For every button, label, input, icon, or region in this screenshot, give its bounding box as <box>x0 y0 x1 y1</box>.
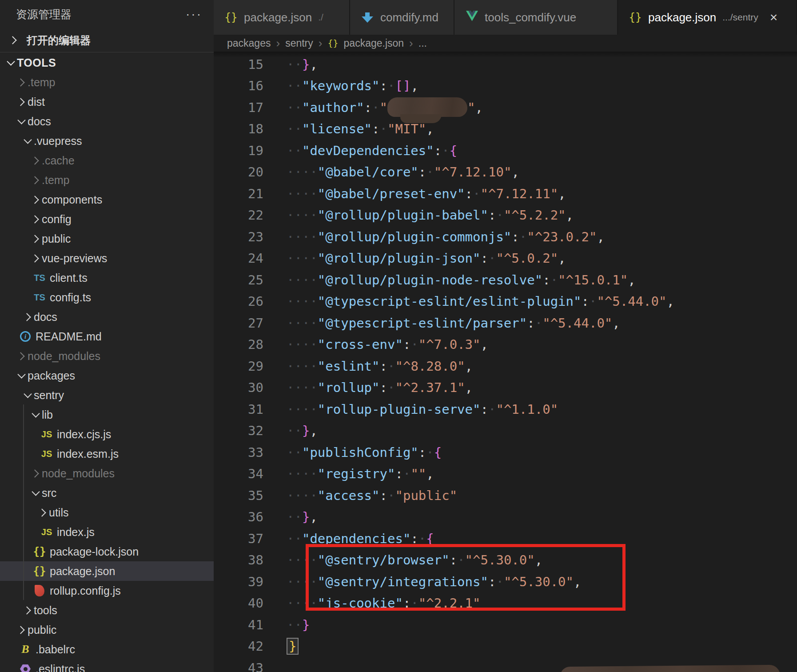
tree-item-.temp[interactable]: .temp <box>0 170 214 190</box>
tab-tools-comdify.vue[interactable]: tools_comdify.vue <box>454 0 618 35</box>
more-actions-icon[interactable]: ··· <box>186 8 202 20</box>
code-line[interactable]: 19··"devDependencies":·{ <box>214 140 797 162</box>
tree-item-label: packages <box>28 369 75 382</box>
code-line[interactable]: 24····"@rollup/plugin-json":·"^5.0.2", <box>214 248 797 269</box>
tree-item-utils[interactable]: utils <box>0 503 214 522</box>
punctuation: : <box>418 164 426 180</box>
tree-item-dist[interactable]: dist <box>0 92 214 112</box>
open-editors-label: 打开的编辑器 <box>27 33 91 48</box>
tree-item-src[interactable]: src <box>0 483 214 503</box>
code-line[interactable]: 22····"@rollup/plugin-babel":·"^5.2.2", <box>214 204 797 226</box>
whitespace-dots: ···· <box>287 208 318 223</box>
breadcrumb[interactable]: packages›sentry›{}package.json›... <box>214 35 797 52</box>
file-icon-wrap: {} <box>31 565 48 577</box>
breadcrumb-separator-icon: › <box>409 36 413 50</box>
code-line[interactable]: 36··}, <box>214 506 797 528</box>
chevron-right-icon <box>15 625 28 634</box>
tree-item-public[interactable]: public <box>0 229 214 248</box>
json-string: "^2.37.1" <box>395 380 465 395</box>
code-line[interactable]: 35····"access":·"public" <box>214 485 797 507</box>
whitespace-dots: ·· <box>287 423 302 438</box>
tree-item-vue-previews[interactable]: vue-previews <box>0 248 214 268</box>
punctuation: : <box>581 294 589 309</box>
tree-item-config.ts[interactable]: TSconfig.ts <box>0 288 214 307</box>
whitespace-dots: · <box>496 208 503 223</box>
tree-item-node-modules[interactable]: node_modules <box>0 346 214 366</box>
code-line[interactable]: 23····"@rollup/plugin-commonjs":·"^23.0.… <box>214 226 797 248</box>
line-number: 38 <box>214 549 263 571</box>
code-line[interactable]: 26····"@typescript-eslint/eslint-plugin"… <box>214 291 797 312</box>
open-editors-section[interactable]: 打开的编辑器 <box>0 28 214 52</box>
tree-item-label: tools <box>34 604 57 617</box>
tree-item-label: package-lock.json <box>50 545 139 558</box>
punctuation: , <box>612 316 620 331</box>
code-line[interactable]: 29····"eslint":·"^8.28.0", <box>214 356 797 377</box>
punctuation: : <box>511 229 519 244</box>
code-line[interactable]: 33··"publishConfig":·{ <box>214 442 797 464</box>
close-icon[interactable]: × <box>770 11 778 24</box>
tree-item-lib[interactable]: lib <box>0 405 214 424</box>
tree-item-components[interactable]: components <box>0 190 214 209</box>
tree-item-docs[interactable]: docs <box>0 112 214 131</box>
tree-item-tools[interactable]: TOOLS <box>0 53 214 72</box>
code-line[interactable]: 25····"@rollup/plugin-node-resolve":·"^1… <box>214 269 797 291</box>
tree-item-index.esm.js[interactable]: JSindex.esm.js <box>0 444 214 464</box>
tab-comdify.md[interactable]: comdify.md <box>350 0 454 35</box>
punctuation: : <box>403 337 410 352</box>
tree-item-index.cjs.js[interactable]: JSindex.cjs.js <box>0 424 214 444</box>
tree-item-.eslintrc.js[interactable]: .eslintrc.js <box>0 659 214 672</box>
tree-item-node-modules[interactable]: node_modules <box>0 464 214 483</box>
line-number: 37 <box>214 528 263 550</box>
code-line[interactable]: 18··"license":·"MIT", <box>214 118 797 140</box>
chevron-right-icon <box>29 254 42 263</box>
code-line[interactable]: 41··} <box>214 614 797 636</box>
tree-item-public[interactable]: public <box>0 620 214 640</box>
tree-item-label: rollup.config.js <box>50 584 121 597</box>
whitespace-dots: ···· <box>287 251 318 266</box>
code-line[interactable]: 30····"rollup":·"^2.37.1", <box>214 377 797 399</box>
tree-item-.vuepress[interactable]: .vuepress <box>0 131 214 151</box>
breadcrumb-item-sentry[interactable]: sentry <box>285 37 313 49</box>
code-line[interactable]: 21····"@babel/preset-env":·"^7.12.11", <box>214 183 797 205</box>
line-text: ····"@babel/preset-env":·"^7.12.11", <box>287 186 566 201</box>
tree-item-readme.md[interactable]: iREADME.md <box>0 327 214 346</box>
tab-package.json[interactable]: {}package.json.../sentry× <box>618 0 797 35</box>
code-line[interactable]: 16··"keywords":·[], <box>214 75 797 97</box>
tree-item-package.json[interactable]: {}package.json <box>0 561 214 581</box>
code-line[interactable]: 42} <box>214 636 797 657</box>
whitespace-dots: ···· <box>287 186 318 201</box>
tree-item-docs[interactable]: docs <box>0 307 214 327</box>
whitespace-dots: · <box>589 294 597 309</box>
whitespace-dots: ·· <box>287 78 302 93</box>
tree-item-packages[interactable]: packages <box>0 366 214 385</box>
breadcrumb-item-packages[interactable]: packages <box>227 37 271 49</box>
line-number: 23 <box>214 226 263 248</box>
breadcrumb-tail[interactable]: ... <box>418 37 427 49</box>
code-line[interactable]: 34····"registry":·"_", <box>214 463 797 485</box>
whitespace-dots: ·· <box>287 445 302 460</box>
tree-item-config[interactable]: config <box>0 209 214 229</box>
punctuation: , <box>667 294 674 309</box>
code-line[interactable]: 27····"@typescript-eslint/parser":·"^5.4… <box>214 312 797 334</box>
tree-item-package-lock.json[interactable]: {}package-lock.json <box>0 542 214 561</box>
tree-item-client.ts[interactable]: TSclient.ts <box>0 268 214 288</box>
code-line[interactable]: 32··}, <box>214 420 797 442</box>
tree-item-.temp[interactable]: .temp <box>0 72 214 92</box>
tree-item-label: README.md <box>36 330 102 343</box>
tab-package.json[interactable]: {}package.json./ <box>214 0 350 35</box>
line-number: 43 <box>214 657 263 672</box>
code-line[interactable]: 17··"author":·"", <box>214 97 797 119</box>
tree-item-.cache[interactable]: .cache <box>0 151 214 170</box>
tree-item-.babelrc[interactable]: B.babelrc <box>0 640 214 659</box>
code-line[interactable]: 20····"@babel/core":·"^7.12.10", <box>214 161 797 183</box>
breadcrumb-item-package.json[interactable]: package.json <box>344 37 404 49</box>
tree-item-sentry[interactable]: sentry <box>0 385 214 405</box>
tree-item-tools[interactable]: tools <box>0 600 214 620</box>
tree-item-rollup.config.js[interactable]: rollup.config.js <box>0 581 214 600</box>
tree-item-index.js[interactable]: JSindex.js <box>0 522 214 542</box>
tab-description: ./ <box>318 12 323 23</box>
whitespace-dots: · <box>410 337 418 352</box>
chevron-down-icon <box>4 58 17 67</box>
code-line[interactable]: 28····"cross-env":·"^7.0.3", <box>214 334 797 356</box>
code-line[interactable]: 31····"rollup-plugin-serve":·"^1.1.0" <box>214 399 797 420</box>
